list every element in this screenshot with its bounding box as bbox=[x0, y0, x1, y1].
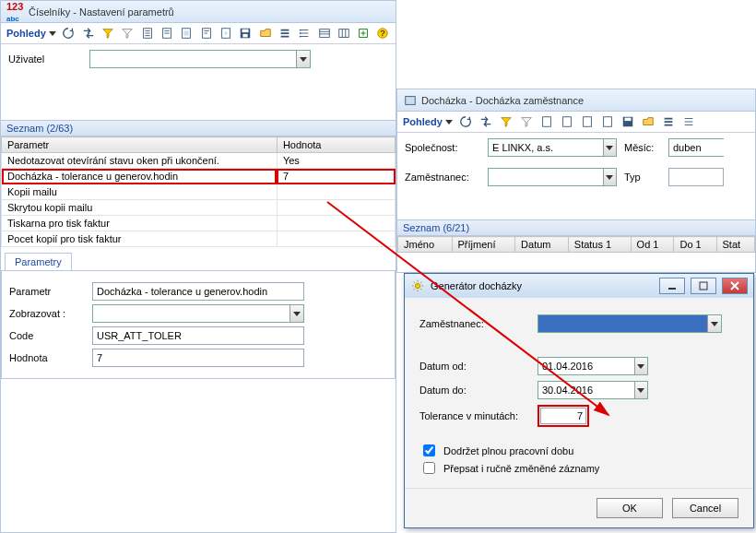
field-datum-do[interactable] bbox=[537, 381, 648, 399]
svg-point-6 bbox=[224, 31, 228, 35]
dialog-title: Generátor docházky bbox=[431, 280, 522, 291]
cancel-button[interactable]: Cancel bbox=[672, 498, 738, 518]
main-titlebar: 123abc Číselníky - Nastavení parametrů bbox=[1, 1, 396, 23]
open-icon[interactable] bbox=[258, 26, 272, 41]
dlg-field-zamestnanec[interactable] bbox=[537, 314, 722, 333]
col-stat[interactable]: Stat bbox=[716, 237, 754, 253]
sec-toolbar: Pohledy bbox=[397, 112, 755, 133]
pohledy-menu[interactable]: Pohledy bbox=[403, 116, 453, 127]
chk-prepsat[interactable]: Přepsat i ručně změněné záznamy bbox=[419, 459, 738, 477]
lbl-tolerance: Tolerance v minutách: bbox=[419, 410, 530, 421]
field-parametr[interactable]: Docházka - tolerance u generov.hodin bbox=[92, 282, 304, 301]
svg-rect-24 bbox=[624, 118, 631, 122]
refresh-icon[interactable] bbox=[458, 114, 473, 129]
main-window: 123abc Číselníky - Nastavení parametrů P… bbox=[0, 0, 396, 533]
sec-titlebar: Docházka - Docházka zaměstnance bbox=[397, 89, 755, 112]
lbl-parametr: Parametr bbox=[9, 286, 83, 297]
main-title: Číselníky - Nastavení parametrů bbox=[29, 6, 174, 18]
field-zamestnanec[interactable] bbox=[488, 168, 617, 186]
field-code[interactable]: USR_ATT_TOLER bbox=[92, 326, 304, 345]
field-datum-od[interactable] bbox=[537, 357, 648, 375]
field-mesic[interactable] bbox=[668, 138, 724, 157]
table-row[interactable]: Nedotazovat otevírání stavu oken při uko… bbox=[2, 153, 396, 169]
field-tolerance[interactable] bbox=[540, 408, 586, 424]
doc1-icon[interactable] bbox=[140, 26, 154, 41]
doc-icon[interactable] bbox=[580, 114, 595, 129]
col-hodnota[interactable]: Hodnota bbox=[277, 137, 395, 153]
user-input[interactable] bbox=[90, 51, 296, 67]
table-row-selected[interactable]: Docházka - tolerance u generov.hodin7 bbox=[2, 169, 396, 184]
app-logo-icon: 123abc bbox=[6, 1, 25, 23]
refresh-icon[interactable] bbox=[62, 26, 76, 41]
minimize-button[interactable] bbox=[659, 278, 685, 294]
chevron-down-icon[interactable] bbox=[603, 139, 616, 156]
open-icon[interactable] bbox=[641, 114, 656, 129]
ok-button[interactable]: OK bbox=[597, 498, 663, 518]
doc-icon[interactable] bbox=[600, 114, 615, 129]
chevron-down-icon[interactable] bbox=[634, 382, 647, 398]
svg-point-25 bbox=[415, 283, 419, 288]
filter-drop-icon[interactable] bbox=[100, 26, 114, 41]
tab-body: ParametrDocházka - tolerance u generov.h… bbox=[1, 270, 396, 379]
col-datum[interactable]: Datum bbox=[515, 237, 569, 253]
svg-rect-20 bbox=[562, 117, 571, 127]
list-icon[interactable] bbox=[661, 114, 676, 129]
col-parametr[interactable]: Parametr bbox=[2, 137, 278, 153]
col-status1[interactable]: Status 1 bbox=[568, 237, 631, 253]
funnel-icon[interactable] bbox=[519, 114, 534, 129]
table-row[interactable]: Tiskarna pro tisk faktur bbox=[2, 216, 396, 231]
lbl-code: Code bbox=[9, 330, 83, 341]
nav-icon[interactable] bbox=[81, 26, 95, 41]
chk-dodrzet[interactable]: Dodržet plnou pracovní dobu bbox=[419, 442, 738, 459]
list4-icon[interactable] bbox=[337, 26, 350, 41]
list-icon[interactable] bbox=[681, 114, 696, 129]
doc5-icon[interactable] bbox=[219, 26, 232, 41]
col-do1[interactable]: Do 1 bbox=[674, 237, 716, 253]
save-icon[interactable] bbox=[620, 114, 635, 129]
maximize-button[interactable] bbox=[691, 278, 716, 294]
list2-icon[interactable] bbox=[298, 26, 312, 41]
pohledy-menu[interactable]: Pohledy bbox=[6, 28, 56, 39]
close-button[interactable] bbox=[722, 278, 748, 294]
doc4-icon[interactable] bbox=[199, 26, 213, 41]
list3-icon[interactable] bbox=[317, 26, 331, 41]
lbl-mesic: Měsíc: bbox=[624, 142, 661, 153]
sec-seznam-header: Seznam (6/21) bbox=[397, 219, 755, 236]
field-hodnota[interactable]: 7 bbox=[92, 349, 304, 367]
user-dropdown-icon[interactable] bbox=[296, 51, 310, 67]
export-icon[interactable] bbox=[356, 26, 370, 41]
field-spolecnost[interactable] bbox=[488, 138, 617, 157]
sec-window: Docházka - Docházka zaměstnance Pohledy … bbox=[396, 89, 756, 273]
help-icon[interactable]: ? bbox=[376, 26, 390, 41]
funnel-icon[interactable] bbox=[121, 26, 135, 41]
col-jmeno[interactable]: Jméno bbox=[398, 237, 453, 253]
checkbox-dodrzet[interactable] bbox=[423, 444, 435, 456]
doc-icon[interactable] bbox=[560, 114, 574, 129]
table-row[interactable]: Pocet kopií pro tisk faktur bbox=[2, 231, 396, 247]
table-row[interactable]: Skrytou kopii mailu bbox=[2, 200, 396, 216]
user-combo[interactable] bbox=[89, 50, 311, 68]
doc2-icon[interactable] bbox=[159, 26, 173, 41]
field-zobrazovat[interactable] bbox=[92, 304, 304, 323]
table-row[interactable]: Kopii mailu bbox=[2, 184, 396, 200]
field-typ[interactable] bbox=[668, 168, 724, 186]
chevron-down-icon[interactable] bbox=[707, 315, 721, 332]
dialog-body: Zaměstnanec: Datum od: Datum do: Toleran… bbox=[405, 298, 753, 488]
col-od1[interactable]: Od 1 bbox=[631, 237, 674, 253]
doc3-icon[interactable] bbox=[180, 26, 194, 41]
list1-icon[interactable] bbox=[278, 26, 291, 41]
lbl-zamestnanec: Zaměstnanec: bbox=[405, 172, 480, 183]
col-prijmeni[interactable]: Příjmení bbox=[452, 237, 515, 253]
chevron-down-icon[interactable] bbox=[289, 305, 303, 322]
lbl-datum-do: Datum do: bbox=[419, 385, 530, 396]
chevron-down-icon[interactable] bbox=[634, 358, 647, 374]
filter-drop-icon[interactable] bbox=[499, 114, 514, 129]
nav-icon[interactable] bbox=[478, 114, 493, 129]
checkbox-prepsat[interactable] bbox=[423, 462, 435, 474]
doc-icon[interactable] bbox=[539, 114, 554, 129]
gear-icon bbox=[410, 278, 425, 293]
save-icon[interactable] bbox=[239, 26, 253, 41]
tab-parametry[interactable]: Parametry bbox=[5, 253, 72, 270]
chevron-down-icon[interactable] bbox=[603, 169, 616, 185]
svg-rect-22 bbox=[603, 117, 611, 127]
